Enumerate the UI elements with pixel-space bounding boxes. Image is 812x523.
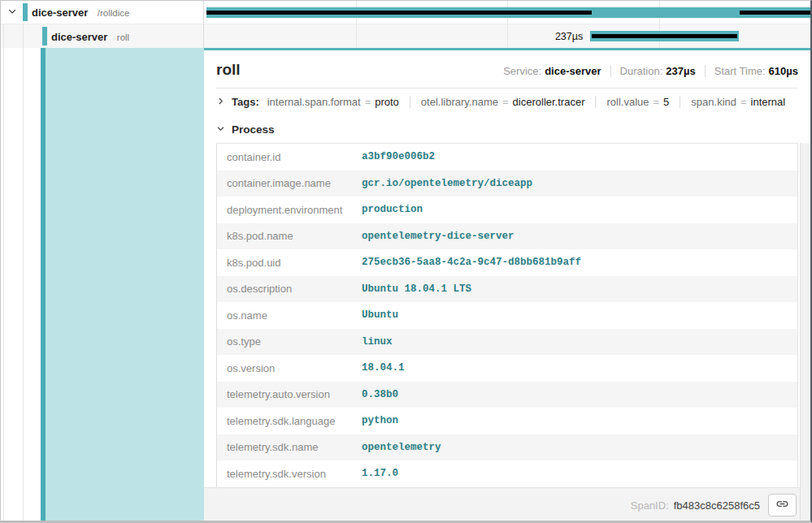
process-accordion-toggle[interactable]: Process [216, 115, 798, 141]
process-attributes-table: container.ida3bf90e006b2 container.image… [216, 143, 798, 488]
span-title: roll [216, 61, 241, 79]
span-bar-rolldice[interactable] [206, 7, 810, 18]
table-row: os.nameUbuntu [217, 302, 797, 329]
tree-indent-guide [3, 24, 4, 48]
tag-item: otel.library.name=diceroller.tracer [410, 96, 585, 108]
span-color-accent [23, 3, 28, 21]
span-name: dice-server roll [51, 29, 129, 44]
spanid-value: fb483c8c6258f6c5 [674, 499, 760, 512]
tag-item: internal.span.format=proto [267, 96, 399, 108]
table-row: k8s.pod.nameopentelemetry-dice-server [217, 223, 797, 250]
critical-path-segment [206, 11, 592, 15]
span-detail-footer: SpanID: fb483c8c6258f6c5 [204, 487, 810, 522]
tag-item: roll.value=5 [595, 96, 669, 108]
span-name-cell-rolldice[interactable]: dice-server /rolldice [1, 1, 204, 24]
chevron-down-icon [7, 6, 17, 19]
span-bar-roll[interactable] [590, 31, 739, 41]
tree-indent-guide [23, 24, 24, 48]
table-row: container.image.namegcr.io/opentelemetry… [217, 171, 797, 197]
process-label: Process [232, 123, 275, 136]
meta-service: Service:dice-server [503, 65, 601, 77]
table-row: telemetry.auto.version0.38b0 [217, 382, 797, 408]
service-name: dice-server [32, 6, 88, 19]
tree-indent-guide [3, 48, 4, 522]
jaeger-trace-detail-view: dice-server /rolldice dice-server roll [0, 0, 812, 523]
tree-indent-guide [23, 48, 24, 522]
table-row: k8s.pod.uid275ecb36-5aa8-4c2a-9c47-d8bb6… [217, 249, 797, 276]
span-detail-panel: roll Service:dice-server Duration:237µs … [204, 48, 810, 522]
timeline-tick [507, 24, 508, 48]
selected-span-highlight [46, 48, 204, 522]
service-name: dice-server [51, 31, 107, 43]
collapse-children-button[interactable] [6, 6, 19, 19]
timeline-tick [356, 24, 357, 48]
table-row: telemetry.sdk.version1.17.0 [217, 460, 797, 487]
deep-link-button[interactable] [768, 494, 797, 517]
link-icon [775, 497, 789, 513]
table-row: os.version18.04.1 [217, 355, 797, 382]
operation-name: /rolldice [98, 8, 130, 18]
selected-span-gutter [1, 48, 204, 522]
tag-item: span.kind=internal [680, 96, 785, 108]
span-name: dice-server /rolldice [32, 5, 129, 19]
critical-path-segment [740, 11, 810, 15]
meta-start-time: Start Time:610µs [705, 65, 798, 77]
span-detail-header: roll Service:dice-server Duration:237µs … [216, 50, 798, 89]
spanid-label: SpanID: [631, 499, 669, 512]
timeline-cell-roll[interactable]: 237µs [204, 24, 810, 48]
critical-path-segment [592, 34, 737, 38]
span-meta: Service:dice-server Duration:237µs Start… [503, 65, 798, 77]
table-row: telemetry.sdk.nameopentelemetry [217, 434, 797, 461]
span-row-rolldice[interactable]: dice-server /rolldice [1, 1, 810, 24]
span-row-roll[interactable]: dice-server roll 237µs [1, 24, 810, 48]
table-row: telemetry.sdk.languagepython [217, 408, 797, 434]
chevron-right-icon [216, 96, 225, 108]
span-detail-content: roll Service:dice-server Duration:237µs … [204, 50, 810, 488]
table-row: deployment.environmentproduction [217, 197, 797, 223]
span-color-accent [42, 27, 47, 45]
span-detail-body: roll Service:dice-server Duration:237µs … [1, 48, 810, 522]
chevron-down-icon [216, 122, 225, 136]
tags-accordion-toggle[interactable]: Tags: internal.span.format=proto otel.li… [216, 89, 798, 115]
table-row: os.typelinux [217, 329, 797, 356]
table-row: container.ida3bf90e006b2 [217, 144, 797, 171]
timeline-cell-rolldice[interactable] [204, 1, 810, 24]
tags-label: Tags: [232, 96, 259, 108]
span-duration-label: 237µs [555, 31, 583, 42]
operation-name: roll [117, 32, 129, 42]
table-row: os.descriptionUbuntu 18.04.1 LTS [217, 276, 797, 303]
meta-duration: Duration:237µs [610, 65, 696, 77]
span-name-cell-roll[interactable]: dice-server roll [1, 24, 204, 48]
